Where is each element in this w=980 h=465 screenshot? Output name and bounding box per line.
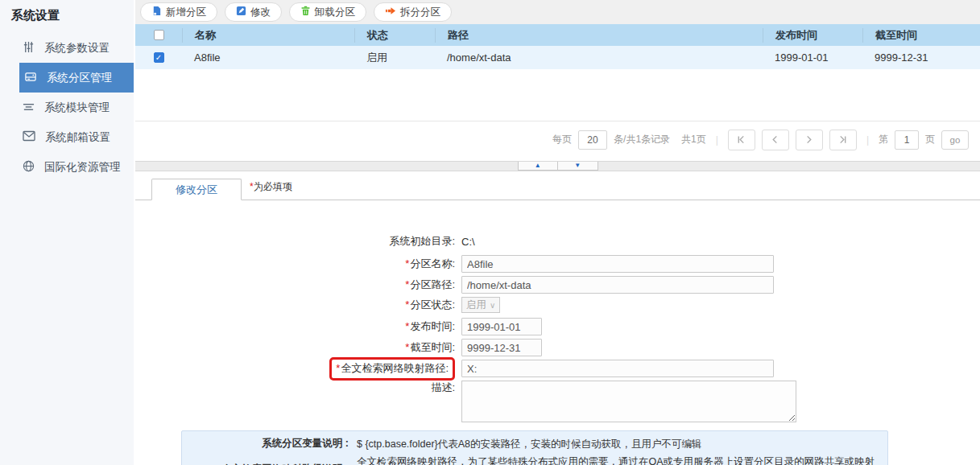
column-header-publish[interactable]: 发布时间	[763, 28, 862, 43]
field-label-partition-name: 分区名称	[410, 257, 455, 270]
row-end: 9999-12-31	[862, 51, 980, 64]
toolbar: 新增分区 修改 卸载分区	[135, 0, 980, 24]
edit-icon	[236, 6, 246, 19]
sidebar: 系统设置 系统参数设置 系统分区管理 系统模块管理	[0, 0, 134, 465]
next-page-icon	[804, 135, 813, 144]
partition-form: 系统初始目录 C:\ *分区名称 *分区路径 *分区状态 启用 *发布时间 *截…	[135, 200, 980, 465]
row-checkbox[interactable]: ✓	[154, 52, 164, 63]
info-value-variable: $ {ctp.base.folder}代表A8的安装路径，安装的时候自动获取，且…	[357, 437, 878, 452]
field-label-partition-status: 分区状态	[410, 298, 455, 311]
sidebar-item-mailbox[interactable]: 系统邮箱设置	[0, 122, 134, 152]
app-window: 系统设置 系统参数设置 系统分区管理 系统模块管理	[0, 0, 980, 465]
end-date-input[interactable]	[461, 339, 542, 356]
splitter-control: ▲ ▼	[518, 162, 598, 171]
globe-icon	[23, 160, 35, 175]
prev-page-button[interactable]	[762, 130, 789, 150]
next-page-button[interactable]	[796, 130, 823, 150]
sidebar-item-label: 国际化资源管理	[44, 160, 121, 175]
row-status: 启用	[354, 51, 435, 65]
partition-status-select[interactable]: 启用	[461, 297, 500, 313]
per-page-input[interactable]	[578, 130, 607, 150]
sidebar-item-label: 系统分区管理	[47, 71, 112, 85]
tab-strip: 修改分区 *为必填项	[135, 177, 980, 200]
info-box: 系统分区变量说明 $ {ctp.base.folder}代表A8的安装路径，安装…	[181, 430, 888, 465]
field-label-partition-path: 分区路径	[410, 278, 455, 290]
partition-path-input[interactable]	[461, 276, 774, 294]
mail-icon	[23, 130, 35, 144]
modules-icon	[23, 101, 35, 115]
unload-partition-button[interactable]: 卸载分区	[289, 2, 366, 22]
table-row[interactable]: ✓ A8file 启用 /home/xt-data 1999-01-01 999…	[135, 46, 980, 69]
sidebar-item-i18n[interactable]: 国际化资源管理	[0, 152, 134, 182]
sidebar-item-system-params[interactable]: 系统参数设置	[0, 33, 134, 63]
partition-drive-icon	[24, 71, 37, 85]
sidebar-title: 系统设置	[0, 0, 134, 33]
button-label: 拆分分区	[400, 6, 440, 19]
pagination-divider: |	[716, 134, 718, 146]
initial-dir-value: C:\	[461, 236, 475, 248]
select-all-checkbox[interactable]	[154, 30, 164, 40]
button-label: 修改	[250, 6, 271, 19]
field-label-end-date: 截至时间	[410, 341, 455, 353]
modify-button[interactable]: 修改	[225, 2, 282, 22]
table-empty-area	[135, 69, 980, 121]
required-note: *为必填项	[250, 177, 292, 194]
column-header-name[interactable]: 名称	[182, 28, 354, 43]
sidebar-item-label: 系统参数设置	[44, 41, 110, 56]
field-label-fulltext-path: 全文检索网络映射路径	[341, 362, 449, 374]
last-page-button[interactable]	[829, 130, 857, 150]
page-prefix: 第	[879, 133, 888, 146]
tab-modify-partition[interactable]: 修改分区	[151, 179, 242, 200]
annotation-highlight: *全文检索网络映射路径	[329, 357, 455, 381]
trash-icon	[300, 6, 311, 19]
row-publish: 1999-01-01	[763, 51, 862, 64]
column-header-end[interactable]: 截至时间	[862, 28, 980, 43]
partition-name-input[interactable]	[461, 255, 774, 273]
panel-splitter[interactable]: ▲ ▼	[135, 161, 980, 171]
sliders-icon	[23, 41, 35, 56]
first-page-icon	[737, 135, 746, 144]
field-label-initial-dir: 系统初始目录	[389, 235, 455, 247]
go-button[interactable]: go	[941, 130, 969, 150]
sidebar-item-label: 系统模块管理	[44, 101, 110, 115]
row-path: /home/xt-data	[435, 51, 763, 64]
current-page-input[interactable]	[895, 130, 919, 150]
button-label: 新增分区	[166, 6, 206, 19]
split-arrow-icon	[385, 6, 396, 19]
info-value-fulltext: 全文检索网络映射路径，为了某些特殊分布式应用的需要，通过在OA或专用服务器上设置…	[357, 455, 878, 465]
pagination-bar: 每页 条/共1条记录 共1页 | | 第 页 go	[135, 121, 980, 158]
row-name: A8file	[182, 51, 354, 64]
column-header-path[interactable]: 路径	[435, 28, 763, 43]
fulltext-network-path-input[interactable]	[461, 360, 774, 377]
first-page-button[interactable]	[728, 130, 755, 150]
publish-date-input[interactable]	[461, 318, 542, 335]
prev-page-icon	[771, 135, 779, 144]
table-header: 名称 状态 路径 发布时间 截至时间	[135, 24, 980, 46]
field-label-publish-date: 发布时间	[410, 320, 455, 332]
collapse-down-icon[interactable]: ▼	[557, 162, 598, 170]
records-text: 条/共1条记录	[614, 133, 670, 146]
collapse-up-icon[interactable]: ▲	[519, 162, 558, 170]
add-document-icon	[151, 6, 162, 19]
split-partition-button[interactable]: 拆分分区	[374, 2, 452, 22]
per-page-label: 每页	[552, 133, 572, 146]
info-label-variable: 系统分区变量说明	[192, 437, 357, 452]
add-partition-button[interactable]: 新增分区	[140, 2, 217, 22]
column-header-status[interactable]: 状态	[354, 28, 435, 43]
field-label-description: 描述	[431, 381, 455, 393]
main-content: 新增分区 修改 卸载分区	[135, 0, 980, 465]
button-label: 卸载分区	[315, 6, 355, 19]
sidebar-item-partition-mgmt[interactable]: 系统分区管理	[19, 63, 134, 93]
sidebar-item-label: 系统邮箱设置	[45, 130, 110, 145]
sidebar-item-module-mgmt[interactable]: 系统模块管理	[0, 93, 134, 122]
last-page-icon	[838, 135, 847, 144]
description-textarea[interactable]	[461, 381, 796, 422]
total-pages-text: 共1页	[681, 133, 706, 146]
pagination-divider: |	[866, 134, 869, 146]
page-suffix: 页	[925, 133, 935, 146]
